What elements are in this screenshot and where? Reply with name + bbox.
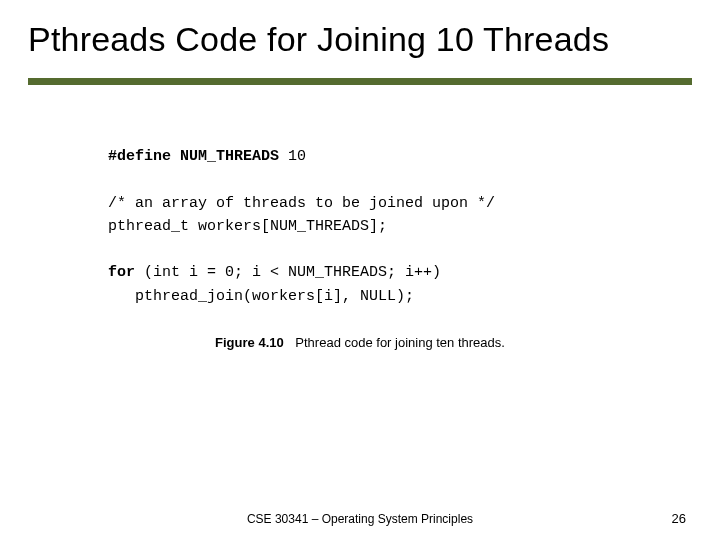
figure-text: Pthread code for joining ten threads. xyxy=(295,335,505,350)
slide: Pthreads Code for Joining 10 Threads #de… xyxy=(0,0,720,540)
footer-page-number: 26 xyxy=(672,511,686,526)
code-block: #define NUM_THREADS 10 /* an array of th… xyxy=(108,145,495,308)
macro-numthreads: NUM_THREADS xyxy=(180,148,279,165)
code-line-5: pthread_join(workers[i], NULL); xyxy=(108,285,495,308)
keyword-define: #define xyxy=(108,148,171,165)
code-line-2: /* an array of threads to be joined upon… xyxy=(108,192,495,215)
code-blank-1 xyxy=(108,168,495,191)
slide-title: Pthreads Code for Joining 10 Threads xyxy=(28,20,609,59)
keyword-for: for xyxy=(108,264,135,281)
macro-value: 10 xyxy=(288,148,306,165)
figure-label: Figure 4.10 xyxy=(215,335,284,350)
for-rest: (int i = 0; i < NUM_THREADS; i++) xyxy=(135,264,441,281)
code-line-1: #define NUM_THREADS 10 xyxy=(108,145,495,168)
footer-course: CSE 30341 – Operating System Principles xyxy=(0,512,720,526)
title-underline xyxy=(28,78,692,85)
figure-caption: Figure 4.10 Pthread code for joining ten… xyxy=(0,335,720,350)
code-line-4: for (int i = 0; i < NUM_THREADS; i++) xyxy=(108,261,495,284)
code-blank-2 xyxy=(108,238,495,261)
code-line-3: pthread_t workers[NUM_THREADS]; xyxy=(108,215,495,238)
